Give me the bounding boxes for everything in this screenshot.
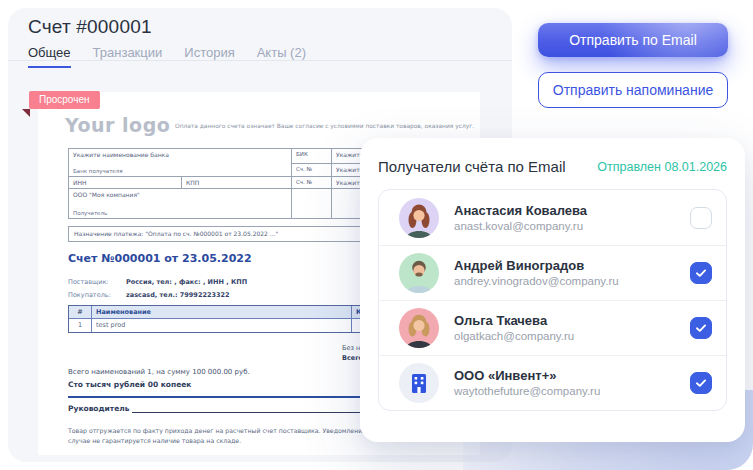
invoice-summary-line: Всего наименований 1, на сумму 100 000.0… <box>68 368 250 376</box>
recipient-row: Анастасия Ковалева anast.koval@company.r… <box>379 190 726 245</box>
item-row-name: test prod <box>91 319 351 332</box>
card-header: Получатели счёта по Email Отправлен 08.0… <box>378 158 727 175</box>
item-row-num: 1 <box>69 319 91 332</box>
invoice-doc-title: Счет №000001 от 23.05.2022 <box>68 252 252 265</box>
inn-cell: ИНН <box>69 176 181 188</box>
recipient-label: Получатель <box>73 210 107 216</box>
kpp-cell: КПП <box>181 176 291 188</box>
buyer-value: zascasd, тел.: 79992223322 <box>126 291 230 299</box>
supplier-value: Россия, тел: , факс: , ИНН , КПП <box>126 278 247 286</box>
avatar-woman-redhead <box>399 198 439 238</box>
bank-name-placeholder: Укажите наименование банка <box>73 151 169 158</box>
supplier-label: Поставщик: <box>68 278 126 286</box>
avatar-man <box>399 253 439 293</box>
invoice-agreement-note: Оплата данного счета означает Ваше согла… <box>175 123 474 129</box>
recipient-row: Андрей Виноградов andrey.vinogradov@comp… <box>379 245 726 300</box>
signature-label: Руководитель <box>68 404 130 413</box>
bank-name-cell: Укажите наименование банка Банк получате… <box>69 149 291 176</box>
check-icon <box>694 321 708 335</box>
company-name: ООО "Моя компания" <box>73 191 140 198</box>
status-badge: Просрочен <box>29 91 100 109</box>
recipient-text: Ольга Ткачева olgatkach@company.ru <box>454 312 690 344</box>
recipient-email: waytothefuture@company.ru <box>454 384 690 399</box>
recipient-row: Ольга Ткачева olgatkach@company.ru <box>379 300 726 355</box>
account2-label-cell: Сч. № <box>291 176 331 188</box>
account1-label-cell: Сч. № <box>291 163 331 176</box>
recipients-card: Получатели счёта по Email Отправлен 08.0… <box>360 138 745 442</box>
empty-cell <box>291 188 331 218</box>
recipient-name: Анастасия Ковалева <box>454 202 690 219</box>
recipient-checkbox[interactable] <box>690 262 712 284</box>
send-reminder-button[interactable]: Отправить напоминание <box>538 72 728 108</box>
send-email-button[interactable]: Отправить по Email <box>538 23 728 57</box>
recipient-name: Ольга Ткачева <box>454 312 690 329</box>
check-icon <box>694 266 708 280</box>
recipient-checkbox[interactable] <box>690 207 712 229</box>
recipient-checkbox[interactable] <box>690 372 712 394</box>
supplier-row: Поставщик: Россия, тел: , факс: , ИНН , … <box>68 278 247 286</box>
app-window: Счет #000001 Общее Транзакции История Ак… <box>0 0 753 470</box>
recipient-list: Анастасия Ковалева anast.koval@company.r… <box>378 189 727 411</box>
recipient-email: olgatkach@company.ru <box>454 329 690 344</box>
recipient-text: Андрей Виноградов andrey.vinogradov@comp… <box>454 257 690 289</box>
building-icon <box>399 363 439 403</box>
company-cell: ООО "Моя компания" Получатель <box>69 188 291 218</box>
bank-label: Банк получателя <box>73 168 123 174</box>
amount-in-words: Сто тысяч рублей 00 копеек <box>68 380 191 389</box>
recipient-text: Анастасия Ковалева anast.koval@company.r… <box>454 202 690 234</box>
recipient-email: anast.koval@company.ru <box>454 219 690 234</box>
sent-status: Отправлен 08.01.2026 <box>597 160 727 174</box>
tab-history[interactable]: История <box>184 45 234 68</box>
page-title: Счет #000001 <box>28 16 152 38</box>
avatar-woman-blonde <box>399 308 439 348</box>
tab-transactions[interactable]: Транзакции <box>93 45 163 68</box>
buyer-label: Покупатель: <box>68 291 126 299</box>
check-icon <box>694 376 708 390</box>
recipient-checkbox[interactable] <box>690 317 712 339</box>
recipient-name: Андрей Виноградов <box>454 257 690 274</box>
tabs-divider <box>8 60 512 61</box>
tab-acts[interactable]: Акты (2) <box>257 45 306 68</box>
items-col-name: Наименование <box>91 306 351 319</box>
invoice-logo: Your logo <box>65 114 170 136</box>
recipient-text: ООО «Инвент+» waytothefuture@company.ru <box>454 367 690 399</box>
recipient-row: ООО «Инвент+» waytothefuture@company.ru <box>379 355 726 410</box>
bik-label-cell: БИК <box>291 149 331 163</box>
recipient-name: ООО «Инвент+» <box>454 367 690 384</box>
recipient-email: andrey.vinogradov@company.ru <box>454 274 690 289</box>
card-title: Получатели счёта по Email <box>378 158 566 175</box>
tab-bar: Общее Транзакции История Акты (2) <box>28 45 306 68</box>
tab-general[interactable]: Общее <box>28 45 71 68</box>
items-col-num: # <box>69 306 91 319</box>
buyer-row: Покупатель: zascasd, тел.: 79992223322 <box>68 291 230 299</box>
